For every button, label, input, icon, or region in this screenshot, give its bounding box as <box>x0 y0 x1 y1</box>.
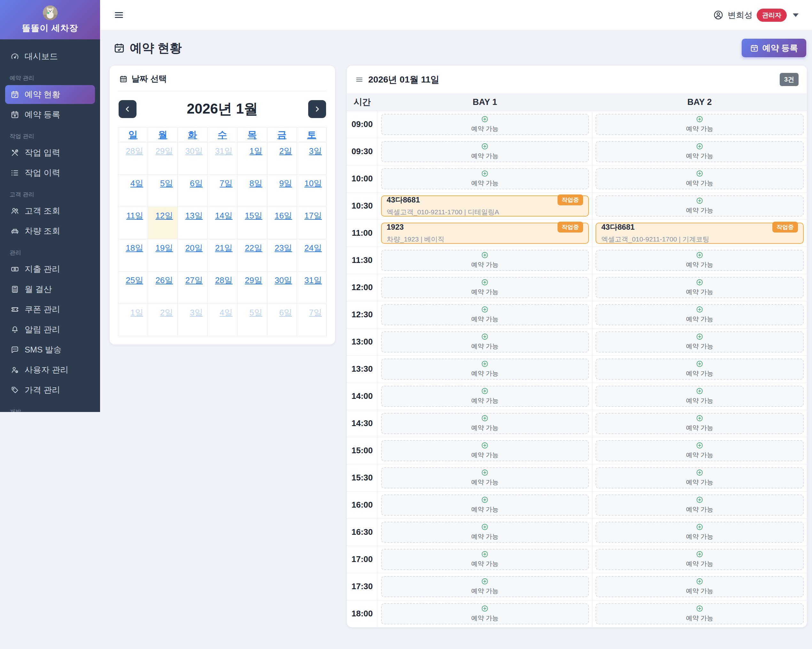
sidebar-item-gauge[interactable]: 대시보드 <box>5 47 95 66</box>
calendar-day-cell[interactable]: 10일 <box>297 174 327 207</box>
calendar-day-link[interactable]: 31일 <box>215 146 233 156</box>
calendar-day-cell[interactable]: 6일 <box>178 174 208 207</box>
calendar-day-cell[interactable]: 14일 <box>208 207 237 239</box>
calendar-day-cell[interactable]: 18일 <box>118 239 148 272</box>
calendar-day-cell[interactable]: 28일 <box>208 272 237 304</box>
calendar-day-cell[interactable]: 29일 <box>237 272 267 304</box>
calendar-day-cell[interactable]: 12일 <box>148 207 178 239</box>
calendar-day-cell[interactable]: 27일 <box>178 272 208 304</box>
calendar-day-cell[interactable]: 11일 <box>118 207 148 239</box>
calendar-day-link[interactable]: 4일 <box>220 308 232 317</box>
calendar-day-cell[interactable]: 26일 <box>148 272 178 304</box>
calendar-weekday-label[interactable]: 토 <box>307 130 316 140</box>
calendar-day-link[interactable]: 7일 <box>220 179 232 188</box>
available-slot-button[interactable]: 예약 가능 <box>381 141 589 162</box>
sidebar-item-user-gear[interactable]: 사용자 관리 <box>5 360 95 380</box>
available-slot-button[interactable]: 예약 가능 <box>595 304 804 325</box>
available-slot-button[interactable]: 예약 가능 <box>381 386 589 407</box>
calendar-day-cell[interactable]: 13일 <box>178 207 208 239</box>
available-slot-button[interactable]: 예약 가능 <box>381 250 589 271</box>
calendar-day-cell[interactable]: 7일 <box>297 304 327 336</box>
calendar-weekday-label[interactable]: 화 <box>188 130 197 140</box>
calendar-day-link[interactable]: 28일 <box>215 276 233 285</box>
calendar-day-cell[interactable]: 3일 <box>297 142 327 174</box>
calendar-day-cell[interactable]: 25일 <box>118 272 148 304</box>
available-slot-button[interactable]: 예약 가능 <box>595 386 804 407</box>
prev-month-button[interactable] <box>119 100 136 118</box>
calendar-day-link[interactable]: 29일 <box>245 276 263 285</box>
available-slot-button[interactable]: 예약 가능 <box>595 467 804 488</box>
available-slot-button[interactable]: 예약 가능 <box>381 603 589 625</box>
sidebar-item-car[interactable]: 차량 조회 <box>5 222 95 240</box>
calendar-weekday-label[interactable]: 금 <box>277 130 287 140</box>
sidebar-item-tools[interactable]: 작업 입력 <box>5 143 95 162</box>
calendar-day-cell[interactable]: 4일 <box>208 304 237 336</box>
calendar-day-link[interactable]: 28일 <box>126 146 143 156</box>
available-slot-button[interactable]: 예약 가능 <box>381 413 589 434</box>
calendar-day-cell[interactable]: 30일 <box>178 142 208 174</box>
calendar-day-link[interactable]: 1일 <box>130 308 143 317</box>
calendar-day-link[interactable]: 30일 <box>185 146 203 156</box>
available-slot-button[interactable]: 예약 가능 <box>595 277 804 298</box>
calendar-day-link[interactable]: 6일 <box>279 308 292 317</box>
calendar-day-cell[interactable]: 5일 <box>148 174 178 207</box>
sidebar-item-ticket[interactable]: 쿠폰 관리 <box>5 300 95 319</box>
available-slot-button[interactable]: 예약 가능 <box>595 494 804 516</box>
calendar-day-cell[interactable]: 6일 <box>267 304 297 336</box>
available-slot-button[interactable]: 예약 가능 <box>381 522 589 543</box>
available-slot-button[interactable]: 예약 가능 <box>595 141 804 162</box>
calendar-day-cell[interactable]: 1일 <box>118 304 148 336</box>
calendar-weekday-label[interactable]: 월 <box>158 130 168 140</box>
calendar-day-cell[interactable]: 5일 <box>237 304 267 336</box>
available-slot-button[interactable]: 예약 가능 <box>381 331 589 352</box>
calendar-day-cell[interactable]: 20일 <box>178 239 208 272</box>
available-slot-button[interactable]: 예약 가능 <box>595 440 804 461</box>
calendar-day-link[interactable]: 12일 <box>156 211 173 220</box>
sidebar-item-tag[interactable]: 가격 관리 <box>5 381 95 400</box>
available-slot-button[interactable]: 예약 가능 <box>595 413 804 434</box>
sidebar-item-users[interactable]: 고객 조회 <box>5 202 95 220</box>
calendar-day-link[interactable]: 11일 <box>126 211 143 220</box>
sidebar-item-list[interactable]: 작업 이력 <box>5 164 95 182</box>
calendar-day-link[interactable]: 17일 <box>304 211 322 220</box>
calendar-day-link[interactable]: 29일 <box>156 146 173 156</box>
calendar-day-link[interactable]: 31일 <box>304 276 322 285</box>
available-slot-button[interactable]: 예약 가능 <box>595 358 804 380</box>
available-slot-button[interactable]: 예약 가능 <box>381 549 589 570</box>
calendar-day-link[interactable]: 8일 <box>249 179 262 188</box>
calendar-day-link[interactable]: 5일 <box>249 308 262 317</box>
available-slot-button[interactable]: 예약 가능 <box>381 168 589 189</box>
calendar-day-link[interactable]: 20일 <box>185 243 203 253</box>
calendar-day-cell[interactable]: 4일 <box>118 174 148 207</box>
calendar-day-cell[interactable]: 7일 <box>208 174 237 207</box>
calendar-day-link[interactable]: 19일 <box>156 243 173 253</box>
calendar-day-link[interactable]: 23일 <box>275 243 292 253</box>
calendar-day-cell[interactable]: 2일 <box>267 142 297 174</box>
available-slot-button[interactable]: 예약 가능 <box>381 467 589 488</box>
calendar-day-link[interactable]: 26일 <box>156 276 173 285</box>
calendar-day-cell[interactable]: 17일 <box>297 207 327 239</box>
available-slot-button[interactable]: 예약 가능 <box>595 576 804 597</box>
calendar-day-link[interactable]: 14일 <box>215 211 233 220</box>
available-slot-button[interactable]: 예약 가능 <box>595 603 804 625</box>
calendar-day-link[interactable]: 7일 <box>309 308 322 317</box>
calendar-day-cell[interactable]: 21일 <box>208 239 237 272</box>
calendar-day-link[interactable]: 2일 <box>279 146 292 156</box>
calendar-day-cell[interactable]: 28일 <box>118 142 148 174</box>
sidebar-item-calendar-plus[interactable]: 예약 등록 <box>5 105 95 124</box>
available-slot-button[interactable]: 예약 가능 <box>595 250 804 271</box>
calendar-day-link[interactable]: 27일 <box>185 276 203 285</box>
calendar-day-link[interactable]: 6일 <box>190 179 203 188</box>
calendar-day-cell[interactable]: 15일 <box>237 207 267 239</box>
calendar-day-link[interactable]: 30일 <box>275 276 292 285</box>
booking-card[interactable]: 1923작업중차량_1923 | 베이직 <box>381 223 589 244</box>
available-slot-button[interactable]: 예약 가능 <box>595 114 804 135</box>
calendar-day-cell[interactable]: 31일 <box>208 142 237 174</box>
calendar-day-cell[interactable]: 22일 <box>237 239 267 272</box>
calendar-day-link[interactable]: 24일 <box>304 243 322 253</box>
available-slot-button[interactable]: 예약 가능 <box>595 549 804 570</box>
calendar-day-link[interactable]: 1일 <box>249 146 262 156</box>
calendar-day-cell[interactable]: 2일 <box>148 304 178 336</box>
calendar-day-link[interactable]: 22일 <box>245 243 263 253</box>
sidebar-item-calculator[interactable]: 월 결산 <box>5 280 95 299</box>
